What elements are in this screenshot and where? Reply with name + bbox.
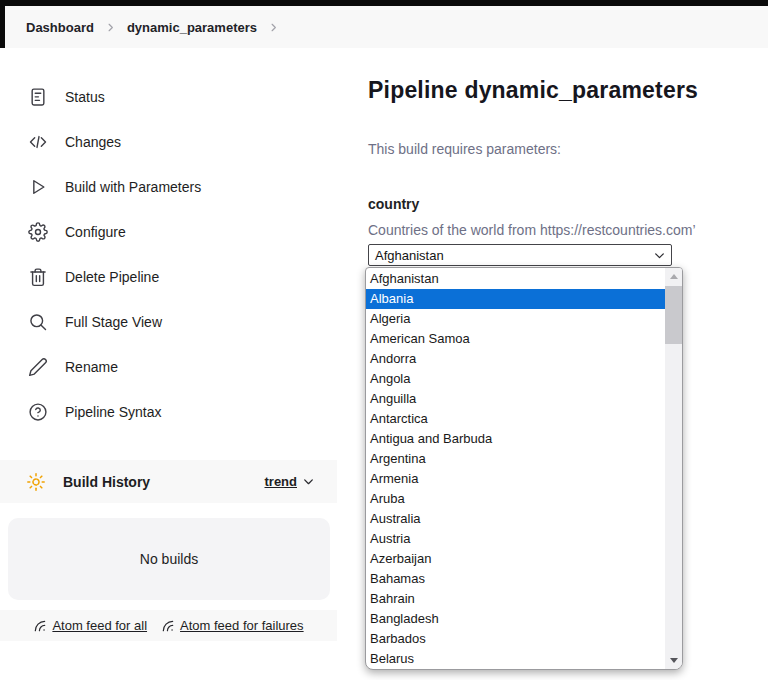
breadcrumb-item-dashboard[interactable]: Dashboard [26,20,94,35]
country-option[interactable]: Andorra [366,349,665,369]
page-title: Pipeline dynamic_parameters [368,76,748,104]
sidebar-item-status[interactable]: Status [0,74,337,119]
country-select-value: Afghanistan [375,248,653,263]
atom-feed-failures-label: Atom feed for failures [180,618,304,633]
country-option[interactable]: Austria [366,529,665,549]
pencil-icon [28,357,48,377]
country-option[interactable]: Argentina [366,449,665,469]
country-option[interactable]: Australia [366,509,665,529]
gear-icon [28,222,48,242]
breadcrumb: Dashboard dynamic_parameters [0,6,768,48]
country-option[interactable]: American Samoa [366,329,665,349]
dropdown-scrollbar[interactable] [665,268,682,669]
sidebar-item-label: Pipeline Syntax [65,404,162,420]
question-icon [28,402,48,422]
country-option[interactable]: Armenia [366,469,665,489]
country-option[interactable]: Anguilla [366,389,665,409]
no-builds-text: No builds [140,551,198,567]
country-options-list: AfghanistanAlbaniaAlgeriaAmerican SamoaA… [366,268,665,669]
search-icon [28,312,48,332]
sidebar-item-label: Status [65,89,105,105]
rss-icon [161,619,175,633]
parameter-block: country Countries of the world from http… [368,196,748,266]
country-option[interactable]: Albania [366,289,665,309]
trend-label: trend [265,474,298,489]
atom-feed-all-label: Atom feed for all [52,618,147,633]
country-option[interactable]: Bangladesh [366,609,665,629]
country-option[interactable]: Azerbaijan [366,549,665,569]
country-select[interactable]: Afghanistan [368,244,672,266]
jenkins-page: Dashboard dynamic_parameters Status [0,0,768,680]
chevron-right-icon [105,22,116,33]
country-option[interactable]: Antigua and Barbuda [366,429,665,449]
atom-feed-all-link[interactable]: Atom feed for all [33,618,147,633]
country-option[interactable]: Barbados [366,629,665,649]
scrollbar-up-arrow-icon[interactable] [665,268,682,285]
scrollbar-down-arrow-icon[interactable] [665,652,682,669]
sidebar-item-configure[interactable]: Configure [0,209,337,254]
sidebar-item-delete-pipeline[interactable]: Delete Pipeline [0,254,337,299]
sidebar-item-label: Configure [65,224,126,240]
sidebar-item-label: Rename [65,359,118,375]
atom-feed-failures-link[interactable]: Atom feed for failures [161,618,304,633]
code-icon [28,132,48,152]
sidebar-item-full-stage-view[interactable]: Full Stage View [0,299,337,344]
sidebar-item-changes[interactable]: Changes [0,119,337,164]
sidebar-item-pipeline-syntax[interactable]: Pipeline Syntax [0,389,337,434]
atom-feed-bar: Atom feed for all Atom feed for failures [0,610,337,641]
sidebar-menu: Status Changes Build with Parameters [0,74,337,434]
rss-icon [33,619,47,633]
play-icon [28,177,48,197]
country-option[interactable]: Antarctica [366,409,665,429]
sidebar-item-label: Changes [65,134,121,150]
sidebar: Status Changes Build with Parameters [0,48,337,641]
sidebar-item-label: Delete Pipeline [65,269,159,285]
no-builds-panel: No builds [8,518,330,600]
country-option[interactable]: Algeria [366,309,665,329]
scrollbar-thumb[interactable] [665,286,682,344]
country-option[interactable]: Aruba [366,489,665,509]
document-icon [28,87,48,107]
country-dropdown-popup: AfghanistanAlbaniaAlgeriaAmerican SamoaA… [365,267,683,670]
parameter-name: country [368,196,748,213]
breadcrumb-item-pipeline[interactable]: dynamic_parameters [127,20,257,35]
country-option[interactable]: Afghanistan [366,269,665,289]
sidebar-item-label: Build with Parameters [65,179,201,195]
country-option[interactable]: Bahrain [366,589,665,609]
sidebar-item-label: Full Stage View [65,314,162,330]
sidebar-item-build-with-parameters[interactable]: Build with Parameters [0,164,337,209]
weather-sun-icon [26,472,46,492]
chevron-down-icon [653,249,666,262]
country-option[interactable]: Bahamas [366,569,665,589]
sidebar-item-rename[interactable]: Rename [0,344,337,389]
build-history-title: Build History [63,474,150,490]
country-option[interactable]: Angola [366,369,665,389]
build-history-header: Build History trend [0,460,337,503]
build-requires-parameters-text: This build requires parameters: [368,140,748,158]
trash-icon [28,267,48,287]
trend-link[interactable]: trend [265,474,316,489]
main-content: Pipeline dynamic_parameters This build r… [337,48,768,641]
chevron-right-icon [268,22,279,33]
chevron-down-icon [302,475,315,488]
parameter-description: Countries of the world from https://rest… [368,221,748,239]
country-option[interactable]: Belarus [366,649,665,669]
